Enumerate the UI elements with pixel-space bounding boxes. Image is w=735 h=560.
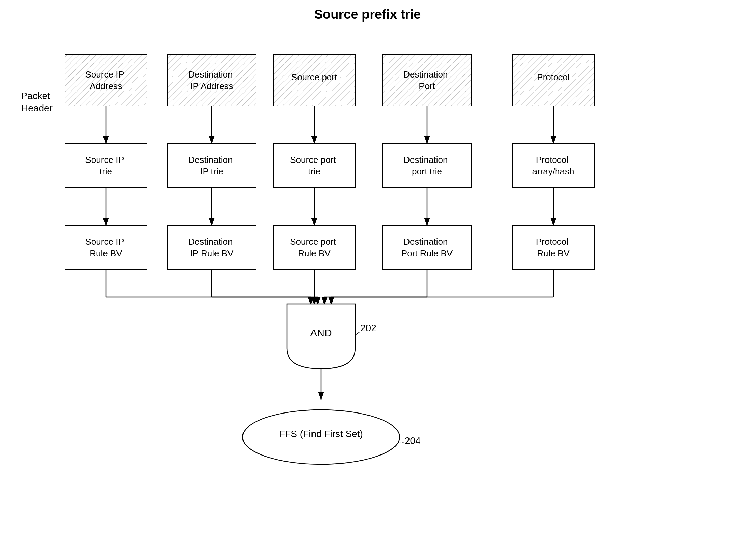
diagram-title: Source prefix trie xyxy=(314,7,421,22)
trie-box-dst-ip xyxy=(167,143,256,188)
ffs-label: FFS (Find First Set) xyxy=(279,429,363,439)
and-gate-label: AND xyxy=(310,327,332,338)
bv-box-src-port xyxy=(273,225,355,270)
diagram-container: Source prefix trie Packet Header Source … xyxy=(0,0,735,560)
bv-box-dst-ip xyxy=(167,225,256,270)
trie-box-dst-port xyxy=(383,143,471,188)
trie-box-src-ip xyxy=(65,143,147,188)
trie-box-src-port xyxy=(273,143,355,188)
header-box-dst-ip xyxy=(167,55,256,106)
packet-header-label: Packet Header xyxy=(21,90,53,113)
header-box-src-ip xyxy=(65,55,147,106)
header-box-dst-port xyxy=(383,55,471,106)
bv-box-protocol xyxy=(512,225,594,270)
and-annotation: 202 xyxy=(360,323,376,333)
trie-box-protocol xyxy=(512,143,594,188)
bv-box-src-ip xyxy=(65,225,147,270)
bv-box-dst-port xyxy=(383,225,471,270)
header-label-protocol: Protocol xyxy=(537,72,569,82)
header-label-src-port: Source port xyxy=(291,72,337,82)
ffs-annotation: 204 xyxy=(405,435,421,446)
